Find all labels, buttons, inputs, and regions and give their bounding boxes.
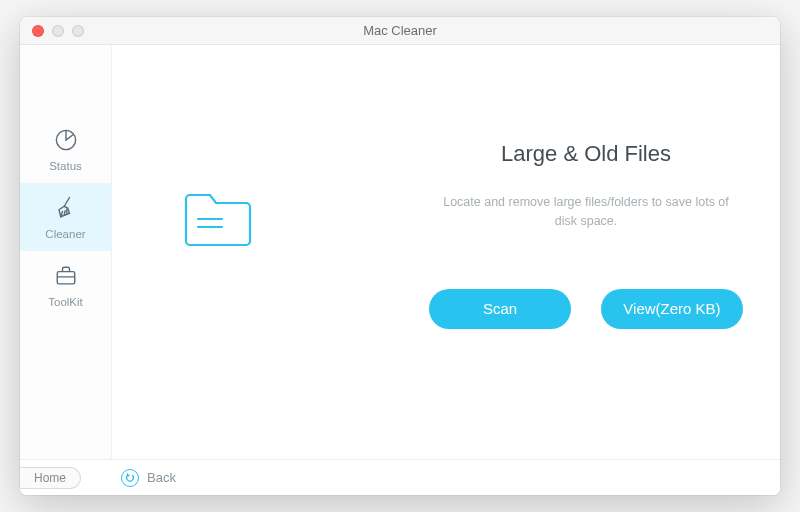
sidebar-item-label: Status — [49, 160, 82, 172]
briefcase-icon — [52, 262, 80, 290]
svg-rect-1 — [57, 272, 75, 284]
folder-icon — [182, 183, 262, 257]
sidebar-item-status[interactable]: Status — [20, 115, 111, 183]
maximize-window-button[interactable] — [72, 25, 84, 37]
broom-icon — [52, 194, 80, 222]
action-buttons: Scan View(Zero KB) — [432, 289, 740, 329]
sidebar: Status Cleaner — [20, 45, 112, 459]
titlebar: Mac Cleaner — [20, 17, 780, 45]
back-button[interactable]: Back — [121, 469, 176, 487]
window-title: Mac Cleaner — [20, 23, 780, 38]
sidebar-item-label: ToolKit — [48, 296, 83, 308]
content-area: Large & Old Files Locate and remove larg… — [432, 141, 740, 329]
traffic-lights — [32, 25, 84, 37]
minimize-window-button[interactable] — [52, 25, 64, 37]
main-panel: Large & Old Files Locate and remove larg… — [112, 45, 780, 459]
undo-icon — [121, 469, 139, 487]
sidebar-item-cleaner[interactable]: Cleaner — [20, 183, 111, 251]
back-label: Back — [147, 470, 176, 485]
sidebar-item-label: Cleaner — [45, 228, 85, 240]
footer: Home Back — [20, 459, 780, 495]
view-button[interactable]: View(Zero KB) — [601, 289, 743, 329]
page-subtext: Locate and remove large files/folders to… — [436, 193, 736, 231]
home-label: Home — [34, 471, 66, 485]
scan-button[interactable]: Scan — [429, 289, 571, 329]
window-body: Status Cleaner — [20, 45, 780, 459]
sidebar-item-toolkit[interactable]: ToolKit — [20, 251, 111, 319]
app-window: Mac Cleaner Status — [20, 17, 780, 495]
pie-chart-icon — [52, 126, 80, 154]
home-tab[interactable]: Home — [20, 467, 81, 489]
page-heading: Large & Old Files — [432, 141, 740, 167]
close-window-button[interactable] — [32, 25, 44, 37]
